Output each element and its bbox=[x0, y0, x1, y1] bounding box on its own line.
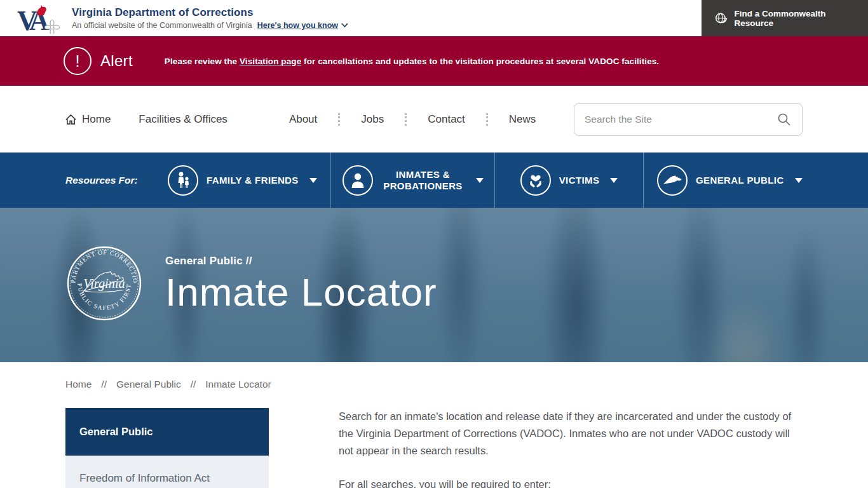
resources-family-friends[interactable]: FAMILY & FRIENDS bbox=[164, 152, 330, 208]
hero-breadcrumb-general-public[interactable]: General Public // bbox=[165, 255, 437, 268]
vadoc-seal: DEPARTMENT OF CORRECTIONS PUBLIC SAFETY … bbox=[65, 245, 143, 322]
nav-separator bbox=[405, 113, 407, 126]
resources-inmates-probationers[interactable]: INMATES & PROBATIONERS bbox=[330, 152, 494, 208]
brand-home-link[interactable]: VA Virginia Department of Corrections An… bbox=[0, 0, 348, 36]
alert-icon: ! bbox=[64, 47, 92, 75]
breadcrumb-home[interactable]: Home bbox=[65, 379, 92, 390]
vadoc-logo: VA bbox=[16, 3, 63, 34]
heres-how-you-know-link[interactable]: Here's how you know bbox=[257, 21, 348, 30]
hero-banner: DEPARTMENT OF CORRECTIONS PUBLIC SAFETY … bbox=[0, 208, 868, 362]
chevron-down-icon bbox=[610, 178, 618, 183]
nav-about[interactable]: About bbox=[289, 113, 317, 126]
nav-contact[interactable]: Contact bbox=[428, 113, 465, 126]
sidebar-header-general-public[interactable]: General Public bbox=[65, 408, 269, 456]
family-icon bbox=[168, 165, 198, 196]
dogwood-flower-icon bbox=[50, 29, 54, 34]
breadcrumb-separator: // bbox=[101, 379, 107, 390]
main-content: Search for an inmate's location and rele… bbox=[339, 408, 803, 488]
home-icon bbox=[65, 114, 76, 125]
site-search bbox=[574, 103, 803, 136]
sidebar-body: Freedom of Information Act bbox=[65, 456, 269, 488]
search-requirements-lead: For all searches, you will be required t… bbox=[339, 476, 803, 488]
nav-home[interactable]: Home bbox=[65, 113, 111, 126]
resources-bar: Resources For: FAMILY & FRIENDS INMATES … bbox=[0, 152, 868, 208]
breadcrumb: Home // General Public // Inmate Locator bbox=[65, 379, 868, 390]
sidebar-item-foia[interactable]: Freedom of Information Act bbox=[79, 472, 255, 485]
nav-jobs[interactable]: Jobs bbox=[361, 113, 384, 126]
nav-separator bbox=[486, 113, 488, 126]
resources-for-label: Resources For: bbox=[0, 175, 164, 186]
svg-text:Virginia: Virginia bbox=[83, 276, 125, 291]
globe-icon bbox=[714, 11, 728, 25]
sidebar: General Public Freedom of Information Ac… bbox=[65, 408, 269, 488]
hands-heart-icon bbox=[520, 165, 551, 196]
chevron-down-icon bbox=[476, 178, 484, 183]
chevron-down-icon bbox=[795, 178, 803, 183]
visitation-page-link[interactable]: Visitation page bbox=[240, 57, 301, 66]
virginia-state-icon bbox=[657, 165, 688, 196]
official-website-text: An official website of the Commonwealth … bbox=[72, 21, 252, 30]
intro-paragraph: Search for an inmate's location and rele… bbox=[339, 408, 803, 459]
breadcrumb-general-public[interactable]: General Public bbox=[116, 379, 181, 390]
alert-message: Please review the Visitation page for ca… bbox=[165, 57, 659, 66]
nav-facilities-offices[interactable]: Facilities & Offices bbox=[139, 113, 227, 126]
page-title: Inmate Locator bbox=[165, 273, 437, 312]
chevron-down-icon bbox=[309, 178, 317, 183]
alert-banner: ! Alert Please review the Visitation pag… bbox=[0, 36, 868, 86]
search-input[interactable] bbox=[585, 114, 776, 125]
resources-general-public[interactable]: GENERAL PUBLIC bbox=[643, 152, 868, 208]
main-nav: Home Facilities & Offices About Jobs Con… bbox=[0, 86, 868, 152]
site-header: VA Virginia Department of Corrections An… bbox=[0, 0, 868, 36]
site-title: Virginia Department of Corrections bbox=[72, 6, 348, 19]
chevron-down-icon bbox=[341, 23, 348, 28]
breadcrumb-separator: // bbox=[191, 379, 196, 390]
find-commonwealth-resource-button[interactable]: Find a Commonwealth Resource bbox=[702, 0, 868, 36]
content-area: General Public Freedom of Information Ac… bbox=[65, 408, 803, 488]
alert-label: Alert bbox=[100, 52, 133, 70]
search-icon[interactable] bbox=[776, 112, 792, 127]
resources-victims[interactable]: VICTIMS bbox=[494, 152, 643, 208]
nav-separator bbox=[338, 113, 340, 126]
breadcrumb-current-page: Inmate Locator bbox=[205, 379, 271, 390]
person-icon bbox=[342, 165, 373, 196]
nav-news[interactable]: News bbox=[509, 113, 536, 126]
